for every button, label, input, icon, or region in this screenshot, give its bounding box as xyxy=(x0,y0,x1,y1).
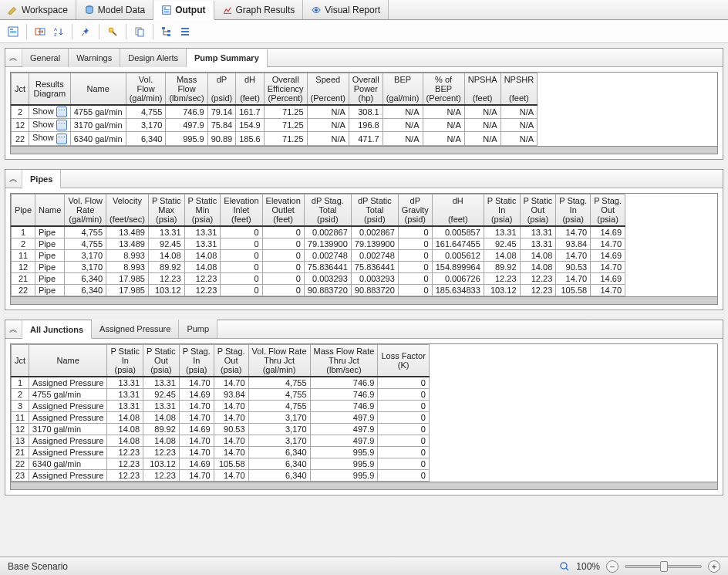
table-row[interactable]: 3Assigned Pressure13.3113.3114.7014.704,… xyxy=(12,401,430,412)
column-header[interactable]: NPSHR(feet) xyxy=(501,73,538,106)
column-header[interactable]: Vol. Flow RateThru Jct(gal/min) xyxy=(248,344,310,377)
cell-jct: 2 xyxy=(12,105,29,119)
tab-general[interactable]: General xyxy=(22,49,69,67)
column-header[interactable]: P Stag.In(psia) xyxy=(556,194,591,226)
table-row[interactable]: 12Show 3170 gal/min3,170497.975.84154.97… xyxy=(12,119,538,132)
tab-workspace[interactable]: Workspace xyxy=(0,0,76,19)
toolbar-transfer-button[interactable] xyxy=(32,23,49,40)
column-header[interactable]: OverallEfficiency(Percent) xyxy=(264,73,307,106)
table-row[interactable]: 2Show 4755 gal/min4,755746.979.14161.771… xyxy=(12,105,538,119)
column-header[interactable]: ElevationOutlet(feet) xyxy=(262,194,304,226)
column-header[interactable]: P StaticOut(psia) xyxy=(520,194,556,226)
column-header[interactable]: BEP(gal/min) xyxy=(383,73,423,106)
tab-pump[interactable]: Pump xyxy=(179,320,217,338)
toolbar-sort-button[interactable]: AZ xyxy=(50,23,67,40)
table-row[interactable]: 1Assigned Pressure13.3113.3114.7014.704,… xyxy=(12,377,430,389)
tab-pump-summary[interactable]: Pump Summary xyxy=(187,49,268,68)
table-row[interactable]: 226340 gal/min12.23103.1214.69105.586,34… xyxy=(12,458,430,470)
cell: 12.23 xyxy=(143,447,180,458)
tab-graph-results[interactable]: Graph Results xyxy=(214,0,304,19)
table-row[interactable]: 1Pipe4,75513.48913.3113.31000.0028670.00… xyxy=(12,226,625,238)
column-header[interactable]: P StaticIn(psia) xyxy=(107,344,143,377)
cell-diagram[interactable]: Show xyxy=(29,105,71,119)
column-header[interactable]: Jct xyxy=(12,344,29,377)
column-header[interactable]: P StaticMin(psia) xyxy=(184,194,221,226)
table-row[interactable]: 21Assigned Pressure12.2312.2314.7014.706… xyxy=(12,447,430,458)
table-row[interactable]: 123170 gal/min14.0889.9214.6990.533,1704… xyxy=(12,424,430,435)
ellipsis-button[interactable] xyxy=(56,134,67,144)
table-row[interactable]: 21Pipe6,34017.98512.2312.23000.0032930.0… xyxy=(12,272,625,284)
column-header[interactable]: Loss Factor(K) xyxy=(378,344,429,377)
tab-visual-report[interactable]: Visual Report xyxy=(303,0,389,19)
table-row[interactable]: 2Pipe4,75513.48992.4513.310079.13990079.… xyxy=(12,238,625,249)
tab-all-junctions[interactable]: All Junctions xyxy=(22,320,92,339)
column-header[interactable]: Pipe xyxy=(12,194,35,226)
column-header[interactable]: dP StaticTotal(psid) xyxy=(351,194,398,226)
cell: N/A xyxy=(383,119,423,132)
tab-output[interactable]: Output xyxy=(153,1,214,20)
cell: 12.23 xyxy=(143,470,180,482)
collapse-button[interactable]: ︽ xyxy=(5,49,22,66)
column-header[interactable]: P Stag.Out(psia) xyxy=(214,344,248,377)
tab-label: Graph Results xyxy=(236,5,295,15)
column-header[interactable]: ElevationInlet(feet) xyxy=(221,194,262,226)
column-header[interactable]: dH(feet) xyxy=(236,73,265,106)
column-header[interactable]: % ofBEP(Percent) xyxy=(423,73,464,106)
column-header[interactable]: Jct xyxy=(12,73,29,106)
column-header[interactable]: Speed(Percent) xyxy=(307,73,349,106)
column-header[interactable]: ResultsDiagram xyxy=(29,73,71,106)
cell-diagram[interactable]: Show xyxy=(29,132,71,145)
table-row[interactable]: 24755 gal/min13.3192.4514.6993.844,75574… xyxy=(12,389,430,401)
pipes-grid[interactable]: PipeNameVol. FlowRate(gal/min)Velocity(f… xyxy=(10,193,718,305)
collapse-button[interactable]: ︽ xyxy=(5,170,22,187)
table-row[interactable]: 22Show 6340 gal/min6,340995.990.89185.67… xyxy=(12,132,538,145)
pump-summary-grid[interactable]: JctResultsDiagramNameVol.Flow(gal/min)Ma… xyxy=(10,72,718,154)
zoom-slider-thumb[interactable] xyxy=(660,561,668,572)
column-header[interactable]: dPGravity(psid) xyxy=(398,194,432,226)
cell: 14.08 xyxy=(148,249,184,261)
column-header[interactable]: P StaticMax(psia) xyxy=(148,194,184,226)
column-header[interactable]: P Stag.Out(psia) xyxy=(591,194,625,226)
column-header[interactable]: Vol.Flow(gal/min) xyxy=(126,73,166,106)
ellipsis-button[interactable] xyxy=(56,107,67,117)
table-row[interactable]: 22Pipe6,34017.985103.1212.230090.8837209… xyxy=(12,284,625,296)
column-header[interactable]: Vol. FlowRate(gal/min) xyxy=(65,194,106,226)
table-row[interactable]: 23Assigned Pressure12.2312.2314.7014.706… xyxy=(12,470,430,482)
tab-warnings[interactable]: Warnings xyxy=(69,49,120,67)
tab-assigned-pressure[interactable]: Assigned Pressure xyxy=(92,320,179,338)
toolbar-copy-button[interactable] xyxy=(131,23,148,40)
table-row[interactable]: 12Pipe3,1708.99389.9214.080075.83644175.… xyxy=(12,261,625,272)
toolbar-tree-button[interactable] xyxy=(158,23,175,40)
zoom-slider[interactable] xyxy=(625,565,702,568)
tab-design-alerts[interactable]: Design Alerts xyxy=(120,49,187,67)
column-header[interactable]: Name xyxy=(35,194,65,226)
table-row[interactable]: 13Assigned Pressure14.0814.0814.7014.703… xyxy=(12,435,430,447)
column-header[interactable]: Name xyxy=(70,73,126,106)
column-header[interactable]: Name xyxy=(29,344,107,377)
column-header[interactable]: Mass Flow RateThru Jct(lbm/sec) xyxy=(310,344,378,377)
column-header[interactable]: dH(feet) xyxy=(432,194,484,226)
ellipsis-button[interactable] xyxy=(56,120,67,130)
column-header[interactable]: P StaticOut(psia) xyxy=(143,344,180,377)
zoom-out-button[interactable]: − xyxy=(606,560,618,573)
toolbar-options-button[interactable] xyxy=(5,23,22,40)
column-header[interactable]: OverallPower(hp) xyxy=(349,73,383,106)
toolbar-wizard-button[interactable] xyxy=(104,23,121,40)
column-header[interactable]: NPSHA(feet) xyxy=(464,73,501,106)
column-header[interactable]: P StaticIn(psia) xyxy=(484,194,520,226)
column-header[interactable]: dP Stag.Total(psid) xyxy=(304,194,351,226)
toolbar-list-button[interactable] xyxy=(177,23,194,40)
toolbar-pin-button[interactable] xyxy=(77,23,94,40)
zoom-in-button[interactable]: + xyxy=(708,560,720,573)
table-row[interactable]: 11Assigned Pressure14.0814.0814.7014.703… xyxy=(12,412,430,424)
cell-diagram[interactable]: Show xyxy=(29,119,71,132)
tab-pipes[interactable]: Pipes xyxy=(22,170,61,188)
column-header[interactable]: P Stag.In(psia) xyxy=(179,344,214,377)
column-header[interactable]: dP(psid) xyxy=(207,73,236,106)
table-row[interactable]: 11Pipe3,1708.99314.0814.08000.0027480.00… xyxy=(12,249,625,261)
tab-model-data[interactable]: Model Data xyxy=(76,0,153,19)
column-header[interactable]: Velocity(feet/sec) xyxy=(106,194,149,226)
column-header[interactable]: MassFlow(lbm/sec) xyxy=(166,73,207,106)
junctions-grid[interactable]: JctNameP StaticIn(psia)P StaticOut(psia)… xyxy=(10,343,718,490)
collapse-button[interactable]: ︽ xyxy=(5,320,22,337)
